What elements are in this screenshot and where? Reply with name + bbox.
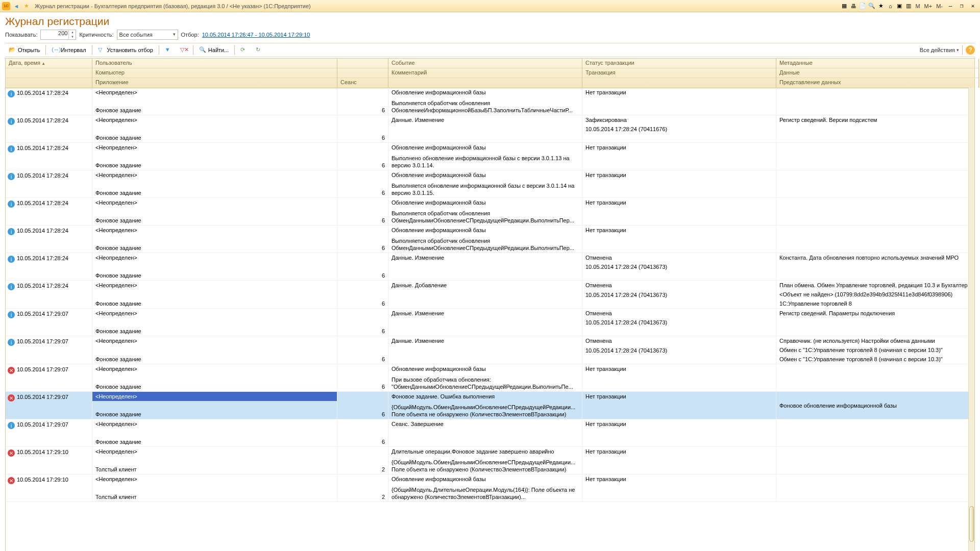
col-datetime[interactable]: Дата, время xyxy=(6,59,92,88)
row-meta: Регистр сведений. Параметры подключения xyxy=(776,309,974,318)
row-comment: {ОбщийМодуль.ОбменДаннымиОбновлениеСПред… xyxy=(388,458,582,474)
refresh-list-button[interactable]: ⟳ xyxy=(237,44,251,56)
row-repr xyxy=(776,438,974,446)
row-app: Фоновое задание xyxy=(92,410,337,419)
table-row[interactable]: i10.05.2014 17:29:07<Неопределен>Фоновое… xyxy=(6,309,974,336)
table-row[interactable]: ✕10.05.2014 17:29:10<Неопределен>Толстый… xyxy=(6,447,974,474)
info-icon: i xyxy=(8,256,15,263)
col-seans[interactable]: Сеанс xyxy=(337,59,388,88)
row-datetime: 10.05.2014 17:28:24 xyxy=(17,283,68,289)
tb-icon-2[interactable]: 🖶 xyxy=(849,2,857,10)
otbor-link[interactable]: 10.05.2014 17:26:47 - 10.05.2014 17:29:1… xyxy=(202,32,310,38)
row-comment xyxy=(388,271,582,280)
help-icon[interactable]: ? xyxy=(966,45,975,55)
tb-icon-5[interactable]: ★ xyxy=(877,2,885,10)
clear-filter-icon: ▽✕ xyxy=(180,46,187,54)
col-transaction[interactable]: Статус транзакцииТранзакция xyxy=(582,59,776,88)
minimize-button[interactable]: — xyxy=(945,2,955,10)
set-filter-button[interactable]: ▽Установить отбор xyxy=(94,44,157,56)
tb-icon-3[interactable]: 📄 xyxy=(859,2,867,10)
row-repr xyxy=(776,216,974,225)
m-minus-button[interactable]: M- xyxy=(935,3,944,9)
interval-button[interactable]: (↔)Интервал xyxy=(48,44,89,56)
open-label: Открыть xyxy=(18,47,40,53)
col-user[interactable]: ПользовательКомпьютерПриложение xyxy=(92,59,337,88)
table-row[interactable]: i10.05.2014 17:28:24<Неопределен>Фоновое… xyxy=(6,226,974,253)
row-trans-status: Нет транзакции xyxy=(582,226,776,235)
col-event[interactable]: СобытиеКомментарий xyxy=(388,59,582,88)
row-data xyxy=(776,235,974,243)
vertical-scrollbar[interactable] xyxy=(968,88,974,551)
refresh-button[interactable]: ↻ xyxy=(252,44,266,56)
row-comment xyxy=(388,438,582,446)
row-data xyxy=(776,484,974,492)
row-event: Обновление информационной базы xyxy=(388,143,582,152)
row-computer xyxy=(92,318,337,327)
row-meta: Регистр сведений. Версии подсистем xyxy=(776,115,974,124)
row-data xyxy=(776,318,974,327)
col-metadata[interactable]: МетаданныеДанныеПредставление данных xyxy=(776,59,979,88)
row-user: <Неопределен> xyxy=(92,419,337,429)
table-row[interactable]: i10.05.2014 17:28:24<Неопределен>Фоновое… xyxy=(6,281,974,309)
grid-body[interactable]: i10.05.2014 17:28:24<Неопределен>Фоновое… xyxy=(6,88,974,551)
find-button[interactable]: 🔍Найти... xyxy=(195,44,233,56)
row-user: <Неопределен> xyxy=(92,253,337,262)
row-event: Обновление информационной базы xyxy=(388,474,582,484)
tb-icon-8[interactable]: ▥ xyxy=(904,2,913,10)
row-datetime: 10.05.2014 17:29:07 xyxy=(17,311,68,317)
row-datetime: 10.05.2014 17:29:10 xyxy=(17,477,68,483)
row-meta xyxy=(776,447,974,456)
show-count-input[interactable]: 200 ▲▼ xyxy=(40,30,76,40)
table-row[interactable]: i10.05.2014 17:28:24<Неопределен>Фоновое… xyxy=(6,198,974,226)
table-row[interactable]: i10.05.2014 17:28:24<Неопределен>Фоновое… xyxy=(6,253,974,281)
tb-icon-7[interactable]: ▣ xyxy=(895,2,903,10)
row-comment: Выполнено обновление информационной базы… xyxy=(388,154,582,170)
row-app: Фоновое задание xyxy=(92,327,337,336)
open-button[interactable]: 📂Открыть xyxy=(5,44,43,56)
filter-current-button[interactable]: ▼ xyxy=(161,44,176,56)
row-meta xyxy=(776,88,974,96)
table-row[interactable]: i10.05.2014 17:29:07<Неопределен>Фоновое… xyxy=(6,419,974,447)
table-row[interactable]: i10.05.2014 17:28:24<Неопределен>Фоновое… xyxy=(6,88,974,115)
tb-icon-4[interactable]: 🔍 xyxy=(868,2,876,10)
row-repr xyxy=(776,271,974,280)
table-row[interactable]: ✕10.05.2014 17:29:07<Неопределен>Фоновое… xyxy=(6,364,974,392)
row-seans: 2 xyxy=(337,492,388,502)
table-row[interactable]: i10.05.2014 17:28:24<Неопределен>Фоновое… xyxy=(6,115,974,143)
favorite-icon[interactable]: ★ xyxy=(22,2,31,10)
row-user: <Неопределен> xyxy=(92,198,337,207)
table-row[interactable]: i10.05.2014 17:28:24<Неопределен>Фоновое… xyxy=(6,143,974,170)
row-seans: 6 xyxy=(337,299,388,308)
info-icon: i xyxy=(8,118,15,125)
table-row[interactable]: ✕10.05.2014 17:29:07<Неопределен>Фоновое… xyxy=(6,392,974,419)
tb-icon-6[interactable]: ⌂ xyxy=(886,2,894,10)
nav-back-icon[interactable]: ◄ xyxy=(12,2,20,10)
close-button[interactable]: ✕ xyxy=(968,2,978,10)
separator xyxy=(92,45,92,55)
window-title: Журнал регистрации - Бухгалтерия предпри… xyxy=(35,3,311,9)
row-datetime: 10.05.2014 17:28:24 xyxy=(17,200,68,206)
criticality-combo[interactable]: Все события xyxy=(117,30,178,40)
maximize-button[interactable]: ❐ xyxy=(957,2,967,10)
m-button[interactable]: M xyxy=(914,3,921,9)
scrollbar-thumb[interactable] xyxy=(969,506,974,542)
row-computer xyxy=(92,97,337,106)
refresh-icon: ↻ xyxy=(256,46,263,54)
separator xyxy=(193,45,193,55)
show-count-spinner[interactable]: ▲▼ xyxy=(68,30,76,39)
row-meta: Константа. Дата обновления повторно испо… xyxy=(776,253,974,262)
col-trans-status-label: Статус транзакции xyxy=(582,59,776,68)
tb-icon-1[interactable]: ▦ xyxy=(840,2,848,10)
all-actions-label: Все действия xyxy=(920,47,955,53)
table-row[interactable]: ✕10.05.2014 17:29:10<Неопределен>Толстый… xyxy=(6,474,974,502)
m-plus-button[interactable]: M+ xyxy=(923,3,934,9)
table-row[interactable]: i10.05.2014 17:29:07<Неопределен>Фоновое… xyxy=(6,336,974,364)
col-seans-label: Сеанс xyxy=(337,78,388,88)
titlebar: 1C ◄ ★ Журнал регистрации - Бухгалтерия … xyxy=(0,0,980,12)
row-datetime: 10.05.2014 17:28:24 xyxy=(17,255,68,261)
clear-filter-button[interactable]: ▽✕ xyxy=(177,44,191,56)
show-count-value: 200 xyxy=(58,30,67,36)
all-actions-button[interactable]: Все действия xyxy=(920,47,959,53)
info-icon: i xyxy=(8,311,15,318)
table-row[interactable]: i10.05.2014 17:28:24<Неопределен>Фоновое… xyxy=(6,170,974,198)
